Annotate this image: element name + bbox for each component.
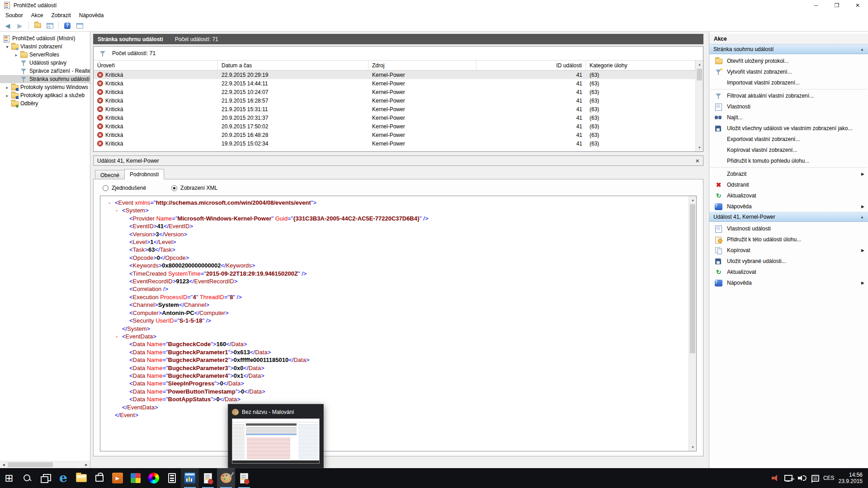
taskbar-preview-popup[interactable]: Bez názvu - Malování — [228, 404, 324, 468]
menu-item-akce[interactable]: Akce — [27, 11, 47, 20]
action-p-idru-it-k-t-to-ud-losti-lohu[interactable]: Přidružit k této události úlohu... — [709, 234, 868, 245]
taskbar-button-calculator[interactable] — [163, 468, 181, 488]
taskbar-button-color-wheel[interactable] — [145, 468, 163, 488]
help-button[interactable] — [62, 21, 73, 31]
taskbar-button-event-viewer2[interactable] — [235, 468, 253, 488]
collapse-icon[interactable]: ▲ — [860, 47, 864, 52]
collapse-minus-icon[interactable]: - — [116, 333, 122, 340]
action-pane-button[interactable] — [74, 21, 85, 31]
filter-summary-row[interactable]: Počet událostí: 71 — [94, 47, 703, 61]
volume-icon[interactable] — [798, 474, 807, 482]
event-row[interactable]: Kritická22.9.2015 20:29:19Kernel-Power41… — [94, 70, 695, 79]
event-row[interactable]: Kritická20.9.2015 17:50:02Kernel-Power41… — [94, 122, 695, 131]
scroll-left-icon[interactable]: ◀ — [0, 461, 7, 468]
chevron-down-icon[interactable]: ▾ — [4, 44, 11, 49]
scroll-right-icon[interactable]: ▶ — [83, 461, 90, 468]
forward-button[interactable]: ▶ — [14, 21, 25, 31]
action-p-idru-it-k-tomuto-pohledu-lohu[interactable]: Přidružit k tomuto pohledu úlohu... — [709, 155, 868, 166]
tree-item-serverroles[interactable]: ▸ServerRoles — [0, 51, 90, 59]
tree-item-prohl-e-ud-lost-m-stn-[interactable]: Prohlížeč událostí (Místní) — [0, 34, 90, 42]
taskbar-button-media-player[interactable] — [108, 468, 127, 488]
taskbar-button-task-view[interactable] — [36, 468, 54, 488]
column-header-4[interactable]: ID události — [476, 61, 586, 70]
action-n-pov-da[interactable]: Nápověda▶ — [709, 277, 868, 288]
action-importovat-vlastn-zobrazen[interactable]: Importovat vlastní zobrazení... — [709, 77, 868, 88]
action-center-icon[interactable] — [811, 475, 819, 482]
events-vscrollbar[interactable]: ▲ ▼ — [695, 61, 703, 151]
export-list-button[interactable] — [32, 21, 43, 31]
taskbar-clock[interactable]: 14:56 23.9.2015 — [839, 472, 863, 484]
event-row[interactable]: Kritická22.9.2015 14:44:11Kernel-Power41… — [94, 79, 695, 88]
xml-vscrollbar[interactable]: ▲ ▼ — [689, 196, 696, 451]
tree-item-odb-ry[interactable]: Odběry — [0, 99, 90, 108]
chevron-right-icon[interactable]: ▸ — [4, 93, 11, 98]
collapse-minus-icon[interactable]: - — [108, 199, 115, 206]
action-kop-rovat[interactable]: Kopírovat▶ — [709, 245, 868, 256]
event-row[interactable]: Kritická21.9.2015 15:31:11Kernel-Power41… — [94, 105, 695, 113]
close-button[interactable]: ✕ — [847, 0, 868, 10]
taskbar-button-start[interactable] — [0, 468, 18, 488]
menu-item-soubor[interactable]: Soubor — [1, 11, 27, 20]
column-header-3[interactable]: Zdroj — [368, 61, 476, 70]
scroll-up-icon[interactable]: ▲ — [689, 196, 697, 204]
taskbar-button-paint[interactable] — [217, 468, 235, 488]
event-row[interactable]: Kritická22.9.2015 10:24:07Kernel-Power41… — [94, 88, 695, 96]
collapse-icon[interactable]: ▲ — [860, 215, 864, 219]
taskbar-button-file-explorer[interactable] — [72, 468, 90, 488]
chevron-right-icon[interactable]: ▸ — [13, 52, 20, 57]
action-ulo-it-vybran-ud-losti[interactable]: Uložit vybrané události... — [709, 256, 868, 267]
xml-content[interactable]: -<Event xmlns="http://schemas.microsoft.… — [100, 196, 689, 451]
action-zobrazit[interactable]: Zobrazit▶ — [709, 169, 868, 179]
event-row[interactable]: Kritická20.9.2015 16:48:28Kernel-Power41… — [94, 131, 695, 139]
collapse-minus-icon[interactable]: - — [116, 206, 122, 214]
language-indicator[interactable]: CES — [823, 475, 835, 481]
tree-hscrollbar[interactable]: ◀ ▶ — [0, 461, 90, 468]
tree-hscroll-thumb[interactable] — [8, 462, 53, 467]
action-otev-t-ulo-en-protokol[interactable]: Otevřít uložený protokol... — [709, 56, 868, 66]
radio-zjednodu-en-[interactable]: Zjednodušené — [103, 185, 146, 191]
action-kop-rovat-vlastn-zobrazen[interactable]: Kopírovat vlastní zobrazení... — [709, 145, 868, 155]
network-icon[interactable] — [784, 474, 793, 482]
taskbar-button-pixel-app[interactable] — [127, 468, 145, 488]
scroll-down-icon[interactable]: ▼ — [689, 443, 697, 451]
preview-thumbnail[interactable] — [232, 418, 320, 464]
action-vytvo-it-vlastn-zobrazen[interactable]: Vytvořit vlastní zobrazení... — [709, 66, 868, 77]
radio-zobrazen-xml[interactable]: Zobrazení XML — [171, 185, 217, 191]
column-header-1[interactable]: Úroveň — [94, 61, 218, 70]
action-group-header[interactable]: Událost 41, Kernel-Power▲ — [709, 212, 868, 222]
chevron-right-icon[interactable]: ▸ — [4, 85, 11, 90]
menu-item-zobrazit[interactable]: Zobrazit — [47, 11, 75, 20]
action-aktualizovat[interactable]: Aktualizovat — [709, 267, 868, 277]
tree-item-vlastn-zobrazen-[interactable]: ▾Vlastní zobrazení — [0, 42, 90, 51]
menu-item-nápověda[interactable]: Nápověda — [75, 11, 108, 20]
back-button[interactable]: ◀ — [2, 21, 13, 31]
tab-obecn-[interactable]: Obecné — [95, 170, 124, 179]
taskbar-button-search[interactable] — [18, 468, 36, 488]
tree-item-protokoly-syst-mu-windows[interactable]: ▸Protokoly systému Windows — [0, 83, 90, 91]
action-ulo-it-v-echny-ud-losti-ve-vlastn-m-zobrazen-jako[interactable]: Uložit všechny události ve vlastním zobr… — [709, 123, 868, 134]
console-tree-button[interactable] — [44, 21, 55, 31]
minimize-button[interactable]: ─ — [806, 0, 826, 10]
action-group-header[interactable]: Stránka souhrnu událostí▲ — [709, 44, 868, 54]
restore-button[interactable]: ❐ — [826, 0, 847, 10]
action-filtrovat-aktu-ln-vlastn-zobrazen[interactable]: Filtrovat aktuální vlastní zobrazení... — [709, 90, 868, 101]
action-naj-t[interactable]: Najít... — [709, 112, 868, 123]
tree-item-str-nka-souhrnu-ud-lost-[interactable]: Stránka souhrnu událostí — [0, 75, 90, 83]
action-vlastnosti[interactable]: Vlastnosti — [709, 101, 868, 112]
action-n-pov-da[interactable]: Nápověda▶ — [709, 201, 868, 212]
scroll-down-icon[interactable]: ▼ — [696, 144, 703, 151]
events-vscroll-thumb[interactable] — [697, 69, 702, 80]
action-odstranit[interactable]: Odstranit — [709, 179, 868, 190]
column-header-5[interactable]: Kategorie úlohy — [586, 61, 695, 70]
tab-podrobnosti[interactable]: Podrobnosti — [124, 169, 164, 179]
taskbar-button-computer-management[interactable] — [181, 468, 199, 488]
event-row[interactable]: Kritická19.9.2015 15:02:34Kernel-Power41… — [94, 139, 695, 148]
audio-app-icon[interactable] — [772, 475, 780, 481]
column-header-2[interactable]: Datum a čas — [218, 61, 368, 70]
xml-vscroll-thumb[interactable] — [690, 204, 695, 353]
action-vlastnosti-ud-losti[interactable]: Vlastnosti události — [709, 223, 868, 234]
event-row[interactable]: Kritická20.9.2015 20:31:37Kernel-Power41… — [94, 113, 695, 122]
action-aktualizovat[interactable]: Aktualizovat — [709, 190, 868, 201]
scroll-up-icon[interactable]: ▲ — [696, 61, 703, 68]
tree-item-protokoly-aplikac-a-slu-eb[interactable]: ▸Protokoly aplikací a služeb — [0, 91, 90, 99]
